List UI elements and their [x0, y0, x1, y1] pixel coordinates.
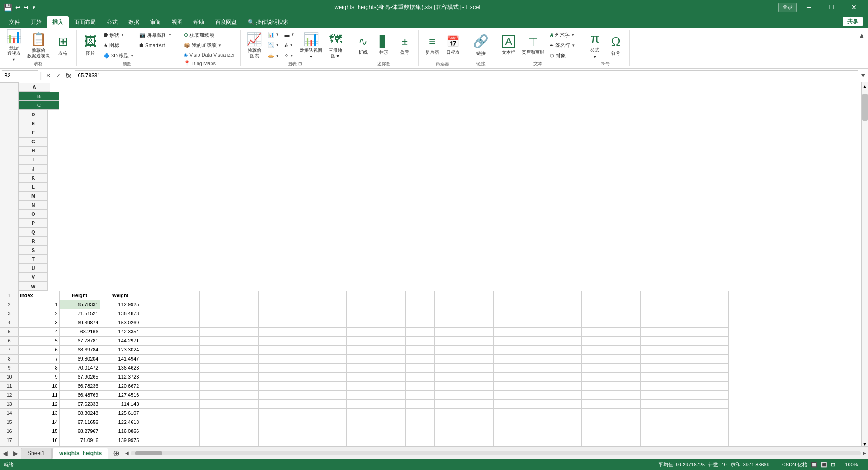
cell-empty[interactable]	[288, 318, 317, 327]
col-header-m[interactable]: M	[19, 191, 48, 200]
cell-empty[interactable]	[376, 445, 405, 446]
cell-a4[interactable]: 3	[19, 318, 60, 327]
pie-chart-button[interactable]: 🥧 ▼	[265, 51, 281, 61]
cell-empty[interactable]	[699, 291, 728, 300]
cell-empty[interactable]	[552, 354, 581, 363]
cell-empty[interactable]	[640, 309, 670, 318]
cell-empty[interactable]	[258, 381, 288, 390]
cell-empty[interactable]	[434, 436, 464, 445]
cell-empty[interactable]	[405, 309, 434, 318]
row-number[interactable]: 14	[0, 408, 19, 418]
col-chart-button[interactable]: 📊 ▼	[265, 30, 281, 39]
cell-empty[interactable]	[229, 300, 258, 309]
cell-empty[interactable]	[493, 390, 523, 399]
cell-empty[interactable]	[346, 427, 376, 436]
scroll-down-icon[interactable]: ▼	[863, 442, 867, 446]
cell-empty[interactable]	[346, 336, 376, 345]
cell-empty[interactable]	[317, 327, 346, 336]
cell-empty[interactable]	[346, 309, 376, 318]
cell-empty[interactable]	[552, 381, 581, 390]
cell-empty[interactable]	[670, 354, 699, 363]
cell-empty[interactable]	[640, 436, 670, 445]
cell-empty[interactable]	[493, 381, 523, 390]
cell-a10[interactable]: 9	[19, 372, 60, 381]
cell-empty[interactable]	[288, 390, 317, 399]
cell-b10[interactable]: 67.90265	[59, 372, 100, 381]
cell-empty[interactable]	[288, 336, 317, 345]
cell-empty[interactable]	[346, 408, 376, 418]
cell-empty[interactable]	[170, 336, 199, 345]
cell-c2[interactable]: 112.9925	[100, 300, 141, 309]
cell-empty[interactable]	[141, 390, 170, 399]
visio-addin[interactable]: ◈ Visio Data Visualizer	[182, 51, 236, 59]
cell-empty[interactable]	[699, 345, 728, 354]
row-number[interactable]: 17	[0, 436, 19, 445]
cell-empty[interactable]	[434, 336, 464, 345]
cell-empty[interactable]	[699, 436, 728, 445]
col-header-l[interactable]: L	[19, 182, 48, 191]
cell-a18[interactable]: 17	[19, 445, 60, 446]
cell-empty[interactable]	[258, 390, 288, 399]
line-chart-button[interactable]: 📉 ▼	[265, 40, 281, 50]
cell-empty[interactable]	[346, 345, 376, 354]
cell-c13[interactable]: 114.143	[100, 399, 141, 408]
cell-empty[interactable]	[258, 408, 288, 418]
cell-empty[interactable]	[170, 291, 199, 300]
cell-empty[interactable]	[699, 372, 728, 381]
cell-empty[interactable]	[288, 399, 317, 408]
cell-empty[interactable]	[376, 345, 405, 354]
view-break-button[interactable]: ⊞	[831, 462, 835, 468]
cell-empty[interactable]	[405, 300, 434, 309]
cell-empty[interactable]	[552, 300, 581, 309]
cell-empty[interactable]	[170, 309, 199, 318]
cell-empty[interactable]	[493, 318, 523, 327]
hscroll-left-icon[interactable]: ◀	[125, 451, 129, 456]
cell-empty[interactable]	[581, 309, 611, 318]
cell-empty[interactable]	[640, 363, 670, 372]
cell-empty[interactable]	[376, 427, 405, 436]
cell-empty[interactable]	[199, 327, 229, 336]
cell-empty[interactable]	[405, 345, 434, 354]
tab-pagelayout[interactable]: 页面布局	[69, 16, 101, 28]
cell-empty[interactable]	[229, 327, 258, 336]
cell-empty[interactable]	[346, 318, 376, 327]
cell-empty[interactable]	[699, 418, 728, 427]
cell-empty[interactable]	[434, 372, 464, 381]
cell-empty[interactable]	[258, 354, 288, 363]
cell-empty[interactable]	[258, 363, 288, 372]
cell-empty[interactable]	[640, 345, 670, 354]
cell-empty[interactable]	[170, 436, 199, 445]
cell-empty[interactable]	[640, 381, 670, 390]
cell-empty[interactable]	[699, 427, 728, 436]
vertical-scrollbar[interactable]: ▲ ▼	[861, 82, 868, 446]
cell-empty[interactable]	[493, 372, 523, 381]
cell-empty[interactable]	[405, 291, 434, 300]
cell-empty[interactable]	[229, 427, 258, 436]
header-footer-button[interactable]: ⊤ 页眉和页脚	[519, 30, 547, 61]
cell-empty[interactable]	[376, 300, 405, 309]
cell-empty[interactable]	[170, 327, 199, 336]
row-number[interactable]: 7	[0, 345, 19, 354]
hscroll-right-icon[interactable]: ▶	[863, 451, 866, 456]
cell-empty[interactable]	[434, 427, 464, 436]
cell-empty[interactable]	[434, 445, 464, 446]
cell-empty[interactable]	[170, 418, 199, 427]
close-button[interactable]: ✕	[844, 0, 864, 14]
cell-empty[interactable]	[464, 354, 493, 363]
cell-empty[interactable]	[581, 291, 611, 300]
sparkline-line-button[interactable]: ∿ 折线	[353, 30, 373, 61]
cell-empty[interactable]	[699, 445, 728, 446]
row-number[interactable]: 12	[0, 390, 19, 399]
col-header-w[interactable]: W	[19, 282, 48, 291]
cell-empty[interactable]	[699, 309, 728, 318]
cell-empty[interactable]	[376, 399, 405, 408]
cell-empty[interactable]	[346, 300, 376, 309]
cell-empty[interactable]	[611, 408, 640, 418]
cell-empty[interactable]	[376, 436, 405, 445]
cell-empty[interactable]	[523, 390, 552, 399]
cell-empty[interactable]	[434, 345, 464, 354]
cell-empty[interactable]	[346, 327, 376, 336]
formula-sym-dropdown[interactable]: ▼	[593, 55, 597, 59]
cell-empty[interactable]	[317, 354, 346, 363]
cell-empty[interactable]	[552, 427, 581, 436]
